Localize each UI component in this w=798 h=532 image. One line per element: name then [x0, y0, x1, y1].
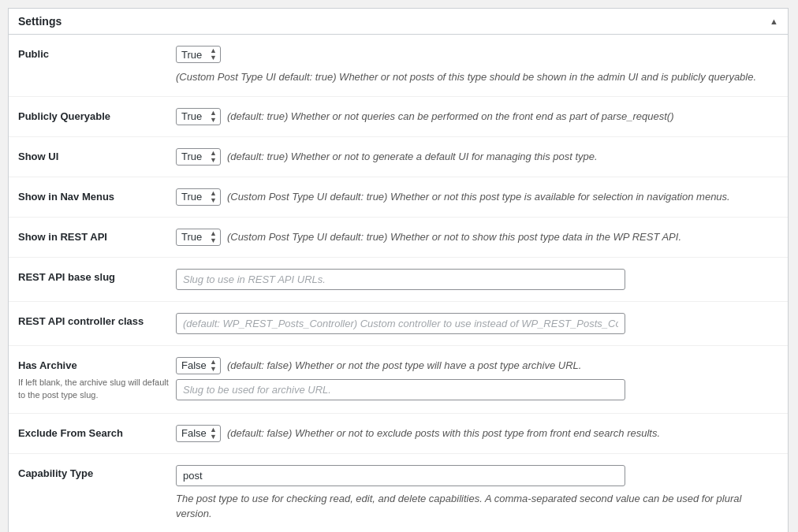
select-show_ui[interactable]: TrueFalse [180, 150, 218, 163]
label-sub-has_archive: If left blank, the archive slug will def… [18, 376, 176, 402]
desc-show_in_nav_menus: (Custom Post Type UI default: true) Whet… [227, 189, 730, 205]
settings-title: Settings [18, 15, 62, 28]
label-has_archive: Has Archive [18, 359, 77, 371]
input-capability_type[interactable] [176, 465, 625, 486]
label-publicly_queryable: Publicly Queryable [18, 110, 110, 122]
row-show_in_rest_api: Show in REST APITrueFalse▲▼(Custom Post … [9, 218, 788, 258]
select-publicly_queryable[interactable]: TrueFalse [180, 110, 218, 123]
row-has_archive: Has ArchiveIf left blank, the archive sl… [9, 346, 788, 414]
label-show_ui: Show UI [18, 151, 58, 162]
label-capability_type: Capability Type [18, 467, 93, 479]
select-show_in_nav_menus[interactable]: TrueFalse [180, 190, 218, 203]
select-show_in_rest_api[interactable]: TrueFalse [180, 230, 218, 244]
label-exclude_from_search: Exclude From Search [18, 427, 123, 439]
desc-has_archive: (default: false) Whether or not the post… [227, 358, 581, 374]
label-show_in_rest_api: Show in REST API [18, 231, 107, 243]
row-show_in_nav_menus: Show in Nav MenusTrueFalse▲▼(Custom Post… [9, 177, 788, 218]
row-rest_api_controller_class: REST API controller class [9, 302, 788, 346]
label-public: Public [18, 48, 49, 60]
row-public: PublicTrueFalse▲▼(Custom Post Type UI de… [9, 35, 788, 97]
row-capability_type: Capability TypeThe post type to use for … [9, 454, 788, 533]
desc-publicly_queryable: (default: true) Whether or not queries c… [227, 109, 674, 125]
label-rest_api_base_slug: REST API base slug [18, 271, 115, 283]
desc-show_ui: (default: true) Whether or not to genera… [227, 149, 598, 165]
select-has_archive[interactable]: FalseTrue [180, 359, 218, 372]
toggle-icon[interactable]: ▲ [770, 17, 778, 26]
row-rest_api_base_slug: REST API base slug [9, 258, 788, 302]
settings-panel: Settings ▲ PublicTrueFalse▲▼(Custom Post… [8, 8, 789, 532]
desc-exclude_from_search: (default: false) Whether or not to exclu… [227, 426, 660, 441]
settings-body: PublicTrueFalse▲▼(Custom Post Type UI de… [9, 35, 788, 532]
input-has_archive[interactable] [176, 379, 625, 400]
select-exclude_from_search[interactable]: FalseTrue [180, 426, 218, 440]
desc-public: (Custom Post Type UI default: true) Whet… [176, 69, 756, 85]
row-publicly_queryable: Publicly QueryableTrueFalse▲▼(default: t… [9, 97, 788, 137]
desc-capability_type: The post type to use for checking read, … [176, 491, 778, 522]
settings-header: Settings ▲ [9, 9, 788, 35]
label-rest_api_controller_class: REST API controller class [18, 315, 144, 327]
select-public[interactable]: TrueFalse [180, 48, 218, 61]
row-exclude_from_search: Exclude From SearchFalseTrue▲▼(default: … [9, 414, 788, 454]
input-rest_api_base_slug[interactable] [176, 269, 625, 290]
label-show_in_nav_menus: Show in Nav Menus [18, 191, 114, 203]
row-show_ui: Show UITrueFalse▲▼(default: true) Whethe… [9, 137, 788, 177]
input-rest_api_controller_class[interactable] [176, 313, 625, 334]
desc-show_in_rest_api: (Custom Post Type UI default: true) Whet… [227, 229, 681, 245]
